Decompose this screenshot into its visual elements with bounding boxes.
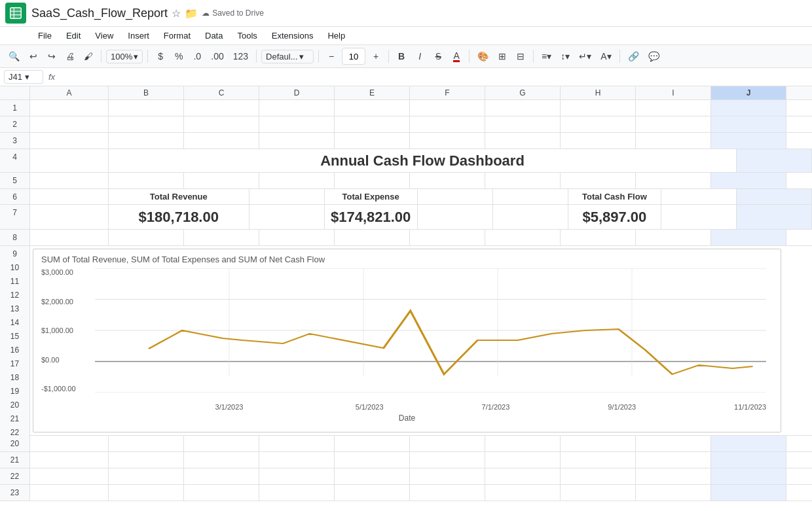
- zoom-selector[interactable]: 100% ▾: [106, 50, 143, 63]
- col-header-g[interactable]: G: [485, 86, 561, 99]
- align-button[interactable]: ≡▾: [538, 48, 555, 65]
- strikethrough-button[interactable]: S̶: [430, 48, 446, 65]
- x-axis-title: Date: [41, 414, 773, 423]
- col-header-f[interactable]: F: [410, 86, 485, 99]
- toolbar-separator-8: [619, 50, 620, 63]
- font-size-increase-button[interactable]: +: [368, 48, 384, 65]
- expense-label-cell[interactable]: Total Expense: [325, 189, 418, 204]
- cell-d1[interactable]: [259, 100, 335, 116]
- cell-h1[interactable]: [561, 100, 636, 116]
- col-header-c[interactable]: C: [184, 86, 259, 99]
- y-axis-label-5: $3,000.00: [41, 268, 94, 276]
- y-axis-label-3: $1,000.00: [41, 326, 94, 334]
- star-icon[interactable]: ☆: [172, 7, 181, 20]
- dashboard-title-cell[interactable]: Annual Cash Flow Dashboard: [109, 149, 737, 172]
- menu-help[interactable]: Help: [321, 28, 352, 43]
- toolbar-separator-6: [469, 50, 470, 63]
- col-header-j[interactable]: J: [711, 86, 786, 99]
- y-axis-label-4: $2,000.00: [41, 298, 94, 306]
- col-header-h[interactable]: H: [561, 86, 636, 99]
- print-button[interactable]: 🖨: [62, 48, 78, 65]
- merge-cells-button[interactable]: ⊟: [513, 48, 528, 65]
- cell-e1[interactable]: [335, 100, 410, 116]
- toolbar-separator-7: [533, 50, 534, 63]
- col-header-e[interactable]: E: [335, 86, 410, 99]
- cell-ref-dropdown[interactable]: ▾: [25, 72, 29, 82]
- decimal-decrease-button[interactable]: .0: [189, 48, 205, 65]
- toolbar-separator-5: [388, 50, 389, 63]
- revenue-value-cell[interactable]: $180,718.00: [109, 205, 249, 229]
- percent-button[interactable]: %: [171, 48, 187, 65]
- cell-f1[interactable]: [410, 100, 485, 116]
- cashflow-label-cell[interactable]: Total Cash Flow: [568, 189, 661, 204]
- cell-c1[interactable]: [184, 100, 259, 116]
- redo-button[interactable]: ↪: [44, 48, 60, 65]
- cloud-icon: ☁: [202, 9, 210, 18]
- toolbar-separator-3: [256, 50, 257, 63]
- menu-data[interactable]: Data: [198, 28, 229, 43]
- currency-button[interactable]: $: [153, 48, 168, 65]
- table-row: 7 $180,718.00 $174,821.00 $5,897.00: [0, 205, 812, 230]
- x-axis-label-1: 3/1/2023: [215, 403, 244, 411]
- table-row: 1: [0, 100, 812, 116]
- col-header-a[interactable]: A: [30, 86, 109, 99]
- cell-g1[interactable]: [485, 100, 561, 116]
- expense-value-cell[interactable]: $174,821.00: [325, 205, 418, 229]
- number-format-button[interactable]: 123: [230, 48, 251, 65]
- column-headers: A B C D E F G H I J: [0, 86, 812, 100]
- cashflow-value-cell[interactable]: $5,897.00: [568, 205, 661, 229]
- font-color-button[interactable]: A: [449, 48, 464, 65]
- toolbar-separator-4: [318, 50, 319, 63]
- cell-i1[interactable]: [636, 100, 711, 116]
- menu-tools[interactable]: Tools: [231, 28, 263, 43]
- formula-input[interactable]: [60, 72, 808, 82]
- font-family-selector[interactable]: Defaul... ▾: [261, 50, 314, 63]
- decimal-increase-button[interactable]: .00: [208, 48, 227, 65]
- x-axis-label-4: 9/1/2023: [608, 403, 636, 411]
- menu-edit[interactable]: Edit: [60, 28, 87, 43]
- col-header-i[interactable]: I: [636, 86, 711, 99]
- wrap-button[interactable]: ↵▾: [576, 48, 595, 65]
- folder-icon[interactable]: 📁: [185, 7, 198, 20]
- cell-reference-box[interactable]: J41 ▾: [4, 70, 43, 84]
- cell-ref-value: J41: [9, 72, 22, 82]
- menu-format[interactable]: Format: [157, 28, 197, 43]
- fill-color-button[interactable]: 🎨: [474, 48, 492, 65]
- zoom-value: 100%: [111, 52, 132, 62]
- comment-button[interactable]: 💬: [645, 48, 663, 65]
- undo-button[interactable]: ↩: [26, 48, 41, 65]
- link-button[interactable]: 🔗: [625, 48, 642, 65]
- italic-button[interactable]: I: [412, 48, 428, 65]
- menu-insert[interactable]: Insert: [121, 28, 156, 43]
- table-row: 8: [0, 230, 812, 246]
- doc-title-area: SaaS_Cash_Flow_Report ☆ 📁 ☁ Saved to Dri…: [31, 7, 264, 20]
- chart-row: 9 10 11 12 13 14 15 16 17 18 19 20 21 22…: [0, 246, 812, 436]
- font-size-input[interactable]: 10: [342, 48, 365, 65]
- doc-title[interactable]: SaaS_Cash_Flow_Report: [31, 7, 168, 20]
- menu-file[interactable]: File: [31, 28, 58, 43]
- chart-container[interactable]: SUM of Total Revenue, SUM of Total Expen…: [33, 249, 781, 432]
- revenue-label-cell[interactable]: Total Revenue: [109, 189, 249, 204]
- cell-b1[interactable]: [109, 100, 184, 116]
- paint-format-button[interactable]: 🖌: [81, 48, 96, 65]
- cashflow-line: [149, 311, 753, 374]
- total-revenue-label: Total Revenue: [150, 190, 208, 203]
- table-row: 20: [0, 436, 812, 452]
- col-header-b[interactable]: B: [109, 86, 184, 99]
- font-size-decrease-button[interactable]: −: [323, 48, 339, 65]
- menu-extensions[interactable]: Extensions: [265, 28, 320, 43]
- borders-button[interactable]: ⊞: [494, 48, 510, 65]
- font-color-icon: A: [453, 51, 459, 62]
- text-rotation-button[interactable]: A▾: [597, 48, 614, 65]
- menu-view[interactable]: View: [88, 28, 120, 43]
- cell-j1[interactable]: [711, 100, 786, 116]
- bold-button[interactable]: B: [394, 48, 409, 65]
- col-header-d[interactable]: D: [259, 86, 335, 99]
- sheet-container: A B C D E F G H I J 1 2: [0, 86, 812, 501]
- menu-bar: File Edit View Insert Format Data Tools …: [0, 27, 812, 44]
- cell-a1[interactable]: [30, 100, 109, 116]
- search-button[interactable]: 🔍: [5, 48, 23, 65]
- total-expense-label: Total Expense: [342, 190, 399, 203]
- table-row: 2: [0, 116, 812, 133]
- valign-button[interactable]: ↕▾: [557, 48, 573, 65]
